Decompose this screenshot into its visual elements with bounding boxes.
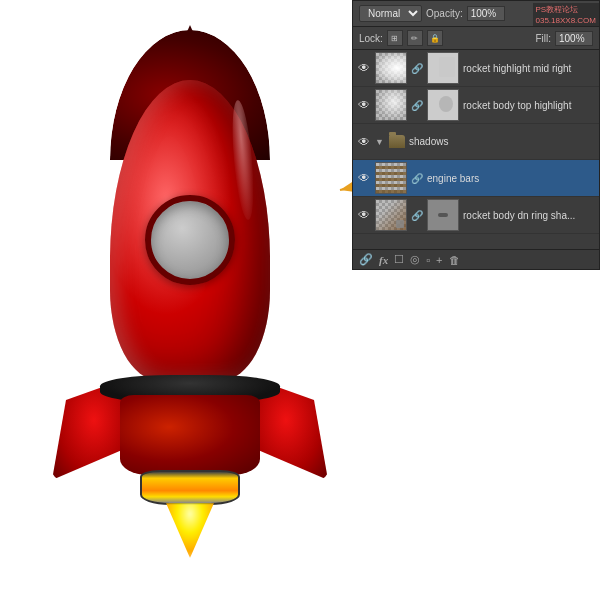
- rocket-flame: [160, 503, 220, 558]
- layer-item[interactable]: 👁 🔗 rocket highlight mid right: [353, 50, 599, 87]
- layer-item[interactable]: 👁 🔗 rocket body dn ring sha...: [353, 197, 599, 234]
- link-layers-icon[interactable]: 🔗: [359, 253, 373, 266]
- visibility-eye[interactable]: 👁: [357, 171, 371, 185]
- rocket-scene: PSE: [30, 20, 350, 590]
- link-icon: 🔗: [411, 210, 423, 221]
- layer-mask-thumbnail: [427, 52, 459, 84]
- panel-bottom-bar: 🔗 fx ☐ ◎ ▫ + 🗑: [353, 249, 599, 269]
- mask-icon[interactable]: ☐: [394, 253, 404, 266]
- lock-paint-icon[interactable]: ✏: [407, 30, 423, 46]
- visibility-eye[interactable]: 👁: [357, 135, 371, 149]
- group-icon[interactable]: ▫: [426, 254, 430, 266]
- rocket-nozzle: [140, 470, 240, 505]
- watermark: PS教程论坛 035.18XX8.COM: [533, 3, 599, 26]
- layer-thumbnail: [375, 162, 407, 194]
- layer-thumbnail: [375, 199, 407, 231]
- rocket-window: [145, 195, 235, 285]
- lock-position-icon[interactable]: ⊞: [387, 30, 403, 46]
- layer-name: rocket body dn ring sha...: [463, 210, 595, 221]
- fill-input[interactable]: [555, 31, 593, 46]
- visibility-eye[interactable]: 👁: [357, 98, 371, 112]
- fill-label: Fill:: [535, 33, 551, 44]
- ps-panel: Normal Opacity: Lock: ⊞ ✏ 🔒 Fill: 👁 🔗 ro…: [352, 0, 600, 270]
- opacity-label: Opacity:: [426, 8, 463, 19]
- layer-mask-thumbnail: [427, 199, 459, 231]
- adjustment-icon[interactable]: ◎: [410, 253, 420, 266]
- layer-mask-thumbnail: [427, 89, 459, 121]
- link-icon: 🔗: [411, 173, 423, 184]
- folder-icon: [389, 135, 405, 148]
- blend-mode-select[interactable]: Normal: [359, 5, 422, 22]
- layer-name: rocket highlight mid right: [463, 63, 595, 74]
- opacity-input[interactable]: [467, 6, 505, 21]
- watermark-text: PS教程论坛 035.18XX8.COM: [536, 5, 596, 25]
- layer-name: rocket body top highlight: [463, 100, 595, 111]
- layer-thumbnail: [375, 89, 407, 121]
- expand-icon[interactable]: ▼: [375, 137, 385, 147]
- layer-thumbnail: [375, 52, 407, 84]
- link-icon: 🔗: [411, 63, 423, 74]
- lock-fill-row: Lock: ⊞ ✏ 🔒 Fill:: [353, 27, 599, 50]
- layers-list: 👁 🔗 rocket highlight mid right 👁 🔗 rocke: [353, 50, 599, 234]
- fx-icon[interactable]: fx: [379, 254, 388, 266]
- delete-layer-icon[interactable]: 🗑: [449, 254, 460, 266]
- lock-all-icon[interactable]: 🔒: [427, 30, 443, 46]
- link-icon: 🔗: [411, 100, 423, 111]
- layer-name: engine bars: [427, 173, 595, 184]
- layer-group[interactable]: 👁 ▼ shadows: [353, 124, 599, 160]
- layer-item[interactable]: 👁 🔗 engine bars: [353, 160, 599, 197]
- rocket-lower: PSE: [120, 395, 260, 475]
- visibility-eye[interactable]: 👁: [357, 61, 371, 75]
- new-layer-icon[interactable]: +: [436, 254, 442, 266]
- lock-label: Lock:: [359, 33, 383, 44]
- layer-name: shadows: [409, 136, 595, 147]
- visibility-eye[interactable]: 👁: [357, 208, 371, 222]
- layer-item[interactable]: 👁 🔗 rocket body top highlight: [353, 87, 599, 124]
